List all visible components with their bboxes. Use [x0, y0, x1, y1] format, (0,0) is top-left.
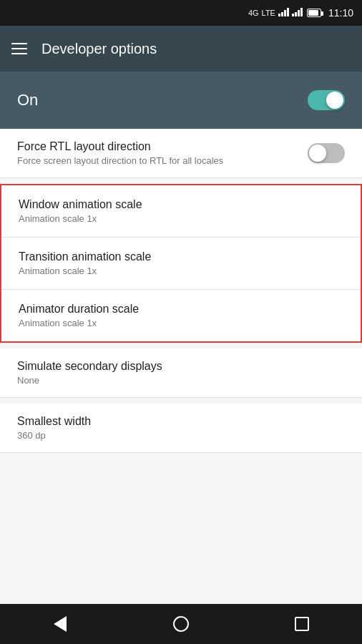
home-button[interactable] — [164, 607, 198, 641]
on-label: On — [17, 91, 38, 109]
spacer-1 — [0, 178, 362, 184]
window-animation-scale-item[interactable]: Window animation scale Animation scale 1… — [1, 185, 361, 238]
force-rtl-title: Force RTL layout direction — [17, 140, 308, 153]
back-icon — [54, 616, 67, 632]
force-rtl-text: Force RTL layout direction Force screen … — [17, 140, 308, 166]
page-title: Developer options — [41, 41, 157, 57]
recent-button[interactable] — [285, 607, 319, 641]
recent-icon — [295, 617, 309, 631]
signal-icon-2 — [292, 8, 303, 19]
spacer-2 — [0, 343, 362, 348]
simulate-secondary-item[interactable]: Simulate secondary displays None — [0, 348, 362, 398]
settings-content: Force RTL layout direction Force screen … — [0, 129, 362, 604]
transition-animation-subtitle: Animation scale 1x — [19, 265, 97, 276]
network-4g-icon: 4G — [248, 9, 259, 17]
transition-animation-title: Transition animation scale — [19, 250, 151, 263]
force-rtl-toggle[interactable] — [308, 143, 345, 163]
animator-duration-title: Animator duration scale — [19, 303, 139, 316]
menu-icon[interactable] — [11, 43, 27, 54]
force-rtl-subtitle: Force screen layout direction to RTL for… — [17, 155, 308, 166]
status-time: 11:10 — [328, 7, 353, 19]
smallest-width-title: Smallest width — [17, 415, 91, 428]
battery-icon — [307, 9, 321, 17]
smallest-width-item[interactable]: Smallest width 360 dp — [0, 404, 362, 453]
developer-options-toggle-section: On — [0, 72, 362, 129]
force-rtl-setting[interactable]: Force RTL layout direction Force screen … — [0, 129, 362, 178]
home-icon — [173, 616, 189, 632]
simulate-secondary-title: Simulate secondary displays — [17, 360, 162, 373]
bottom-navigation — [0, 604, 362, 644]
spacer-3 — [0, 398, 362, 404]
developer-options-toggle[interactable] — [308, 90, 345, 110]
simulate-secondary-subtitle: None — [17, 375, 39, 386]
animator-duration-subtitle: Animation scale 1x — [19, 318, 97, 328]
smallest-width-subtitle: 360 dp — [17, 430, 46, 441]
animation-scale-section: Window animation scale Animation scale 1… — [0, 184, 362, 343]
back-button[interactable] — [43, 607, 77, 641]
status-icons: 4G LTE 11:10 — [248, 7, 353, 19]
transition-animation-scale-item[interactable]: Transition animation scale Animation sca… — [1, 238, 361, 290]
window-animation-title: Window animation scale — [19, 198, 142, 211]
app-bar: Developer options — [0, 26, 362, 72]
signal-icon — [278, 8, 289, 19]
network-lte-icon: LTE — [262, 9, 275, 17]
window-animation-subtitle: Animation scale 1x — [19, 213, 97, 224]
animator-duration-scale-item[interactable]: Animator duration scale Animation scale … — [1, 290, 361, 341]
status-bar: 4G LTE 11:10 — [0, 0, 362, 26]
